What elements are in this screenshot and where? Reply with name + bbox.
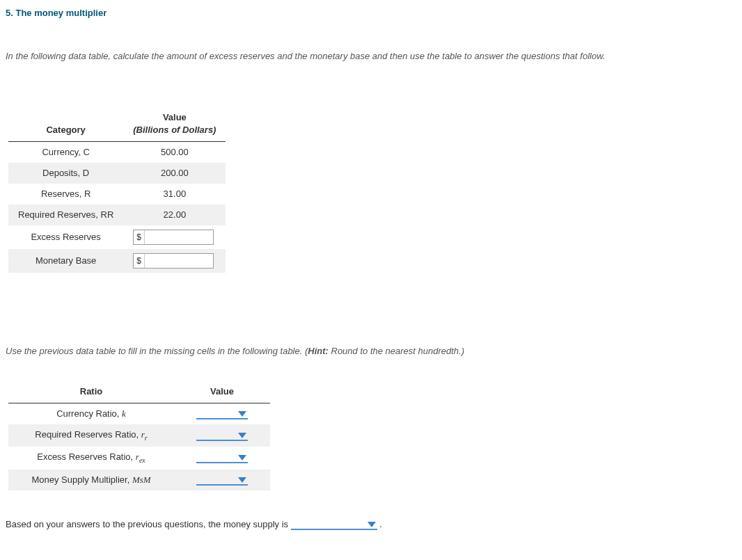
excess-reserves-input[interactable]: [145, 230, 213, 244]
question-title: 5. The money multiplier: [6, 7, 736, 19]
chevron-down-icon: [238, 411, 246, 417]
chevron-down-icon: [238, 433, 246, 438]
t1-head-category: Category: [8, 107, 123, 141]
dollar-prefix: $: [134, 230, 145, 244]
instr2-hint-text: Round to the nearest hundredth.): [329, 346, 464, 356]
excess-reserves-ratio-dropdown[interactable]: [196, 454, 248, 463]
dollar-prefix: $: [134, 254, 145, 268]
t1-row3-value: 22.00: [123, 205, 226, 225]
money-supply-multiplier-dropdown[interactable]: [196, 476, 248, 486]
final-post: .: [377, 519, 382, 529]
t1-inrow0-label: Excess Reserves: [8, 225, 123, 249]
t1-row3-label: Required Reserves, RR: [8, 205, 123, 225]
t1-row0-value: 500.00: [123, 141, 226, 163]
final-sentence: Based on your answers to the previous qu…: [6, 518, 736, 531]
chevron-down-icon: [238, 455, 246, 461]
monetary-base-input[interactable]: [145, 254, 213, 268]
t1-head-value: Value (Billions of Dollars): [123, 107, 226, 141]
final-pre: Based on your answers to the previous qu…: [6, 519, 291, 529]
chevron-down-icon: [238, 477, 246, 483]
t2-head-value: Value: [174, 381, 270, 403]
t1-inrow1-label: Monetary Base: [8, 249, 123, 273]
data-table-2: Ratio Value Currency Ratio, k Required R…: [8, 381, 270, 490]
t1-head-value-line1: Value: [163, 112, 187, 122]
monetary-base-input-wrap[interactable]: $: [133, 253, 214, 269]
chevron-down-icon: [368, 522, 376, 527]
instructions-2: Use the previous data table to fill in t…: [6, 342, 736, 360]
instructions-1: In the following data table, calculate t…: [6, 47, 736, 65]
t1-head-value-line2: (Billions of Dollars): [133, 124, 216, 136]
instr2-hint-label: Hint:: [308, 346, 329, 356]
t1-row2-value: 31.00: [123, 184, 226, 205]
t2-head-ratio: Ratio: [8, 381, 174, 403]
t1-row1-value: 200.00: [123, 163, 226, 184]
t2-row0-label: Currency Ratio, k: [8, 403, 174, 424]
t2-row1-label: Required Reserves Ratio, rr: [8, 424, 174, 447]
currency-ratio-dropdown[interactable]: [196, 410, 248, 419]
instr2-pre: Use the previous data table to fill in t…: [6, 346, 308, 356]
t2-row3-label: Money Supply Multiplier, MsM: [8, 470, 174, 490]
t1-row2-label: Reserves, R: [8, 184, 123, 205]
excess-reserves-input-wrap[interactable]: $: [133, 230, 214, 245]
money-supply-dropdown[interactable]: [291, 520, 377, 530]
required-reserves-ratio-dropdown[interactable]: [196, 431, 248, 441]
t1-row0-label: Currency, C: [8, 141, 123, 163]
t1-row1-label: Deposits, D: [8, 163, 123, 184]
data-table-1: Category Value (Billions of Dollars) Cur…: [8, 107, 226, 273]
t2-row2-label: Excess Reserves Ratio, rex: [8, 447, 174, 470]
